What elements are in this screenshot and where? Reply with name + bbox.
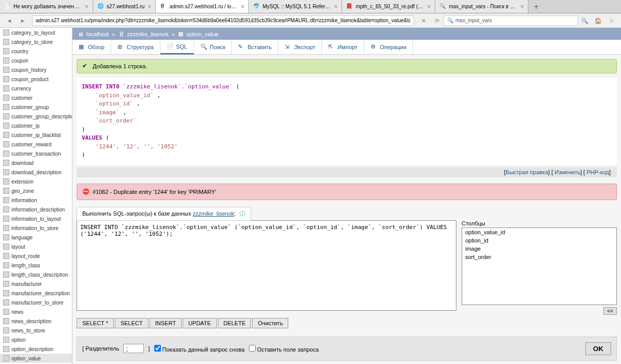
success-message: ✔ Добавлена 1 строка. [77, 59, 617, 73]
query-db-link[interactable]: zzzmike_lisenok [193, 210, 234, 217]
close-icon[interactable]: × [334, 3, 337, 10]
sidebar-item-language[interactable]: language [0, 233, 72, 242]
sidebar-item-layout[interactable]: layout [0, 242, 72, 251]
sidebar-item-layout_route[interactable]: layout_route [0, 251, 72, 261]
sidebar-item-customer_group[interactable]: customer_group [0, 102, 72, 112]
sidebar-item-coupon_history[interactable]: coupon_history [0, 65, 72, 74]
home-button[interactable]: 🏠 [593, 15, 604, 26]
sidebar-item-news_description[interactable]: news_description [0, 316, 72, 326]
close-icon[interactable]: × [520, 3, 524, 10]
browser-tab-active[interactable]: 🛢admin.s27.webhost1.ru / localhost / zzz… [156, 0, 249, 13]
table-icon [3, 355, 9, 361]
table-icon [3, 85, 9, 92]
sidebar-item-extension[interactable]: extension [0, 177, 72, 186]
column-option[interactable]: option_value_id [462, 228, 616, 236]
tab-export[interactable]: ⇲Экспорт [278, 40, 322, 54]
link-quick-edit[interactable]: Быстрая правка [506, 169, 548, 175]
sidebar-item-information_to_layout[interactable]: information_to_layout [0, 214, 72, 223]
close-icon[interactable]: × [85, 3, 88, 10]
database-icon: 🛢 [119, 31, 124, 37]
table-icon: ▦ [178, 31, 183, 37]
sidebar-item-country[interactable]: country [0, 47, 72, 56]
sidebar-item-coupon[interactable]: coupon [0, 56, 72, 65]
sql-template-button[interactable]: DELETE [218, 318, 252, 328]
table-icon [3, 346, 9, 352]
sidebar-item-news[interactable]: news [0, 307, 72, 316]
sidebar-item-geo_zone[interactable]: geo_zone [0, 186, 72, 195]
breadcrumb-db[interactable]: zzzmike_lisenok [127, 31, 169, 37]
insert-column-button[interactable]: << [603, 307, 617, 315]
sidebar-item-option[interactable]: option [0, 335, 72, 344]
sidebar-item-information_to_store[interactable]: information_to_store [0, 223, 72, 233]
sidebar-item-download[interactable]: download [0, 158, 72, 168]
sidebar-item-download_description[interactable]: download_description [0, 168, 72, 177]
ok-button[interactable]: OK [585, 342, 611, 355]
breadcrumb-table[interactable]: option_value [186, 31, 218, 37]
sql-template-button[interactable]: Очистить [252, 318, 288, 328]
column-option[interactable]: option_id [462, 236, 616, 245]
help-icon[interactable]: ⓘ [240, 210, 245, 217]
sidebar-item-customer_reward[interactable]: customer_reward [0, 140, 72, 149]
search-box[interactable]: 🔍max_input_vars [443, 16, 578, 26]
new-tab-button[interactable]: + [528, 2, 543, 11]
show-again-checkbox[interactable]: Показать данный запрос снова [154, 345, 245, 353]
link-edit[interactable]: Изменить [555, 169, 581, 175]
stop-button[interactable]: ✕ [418, 15, 429, 26]
tab-import[interactable]: ⇱Импорт [322, 40, 364, 54]
sidebar-item-category_to_store[interactable]: category_to_store [0, 37, 72, 47]
column-option[interactable]: image [462, 245, 616, 253]
reload-button[interactable]: ⟳ [431, 15, 442, 26]
close-icon[interactable]: × [241, 3, 244, 10]
back-button[interactable]: ◄ [4, 15, 15, 26]
sql-template-button[interactable]: INSERT [150, 318, 182, 328]
tab-browse[interactable]: ▦Обзор [72, 40, 111, 54]
sidebar-item-information_description[interactable]: information_description [0, 205, 72, 214]
browser-tab[interactable]: 📄Не могу добавить значение опции - Op...… [0, 0, 93, 13]
sql-query-textarea[interactable] [77, 220, 456, 311]
sidebar-item-information[interactable]: information [0, 195, 72, 205]
delimiter-input[interactable] [123, 344, 144, 353]
sql-template-button[interactable]: UPDATE [183, 318, 217, 328]
forward-button[interactable]: ► [17, 15, 28, 26]
sidebar-item-manufacturer[interactable]: manufacturer [0, 279, 72, 289]
link-php[interactable]: PHP-код [586, 169, 609, 175]
sidebar-item-option_value[interactable]: option_value [0, 354, 72, 363]
sidebar-item-manufacturer_to_store[interactable]: manufacturer_to_store [0, 298, 72, 307]
close-icon[interactable]: × [147, 3, 151, 10]
tab-insert[interactable]: ✎Вставить [232, 40, 278, 54]
sidebar-item-length_class_description[interactable]: length_class_description [0, 270, 72, 279]
sidebar-item-option_description[interactable]: option_description [0, 344, 72, 354]
sidebar-item-currency[interactable]: currency [0, 84, 72, 93]
url-input[interactable] [32, 16, 414, 26]
sql-template-button[interactable]: SELECT * [77, 318, 114, 328]
sql-action-links: [Быстрая правка] [ Изменить] [ PHP-код] [77, 167, 617, 177]
favicon-icon: 🌐 [97, 3, 105, 10]
breadcrumb-server[interactable]: localhost [86, 31, 109, 37]
browser-tab[interactable]: 🐬MySQL :: MySQL 5.1 Reference Manual ::.… [249, 0, 342, 13]
browser-tab[interactable]: 🌐s27.webhost1.ru× [93, 0, 156, 13]
tab-structure[interactable]: ⊞Структура [111, 40, 160, 54]
sql-template-button[interactable]: SELECT [115, 318, 149, 328]
tab-search[interactable]: 🔍Поиск [194, 40, 232, 54]
sidebar-item-customer_transaction[interactable]: customer_transaction [0, 149, 72, 158]
sidebar-item-news_to_store[interactable]: news_to_store [0, 326, 72, 335]
sidebar-item-coupon_product[interactable]: coupon_product [0, 74, 72, 84]
table-icon [3, 253, 9, 259]
tab-operations[interactable]: ⚙Операции [364, 40, 413, 54]
keep-query-checkbox[interactable]: Оставить поле запроса [249, 345, 319, 353]
sidebar-item-customer_group_descriptio[interactable]: customer_group_descriptio [0, 112, 72, 121]
browser-tab[interactable]: 📕mpth_c_65_50_33_re.pdf (объект «appli..… [342, 0, 435, 13]
sidebar-item-customer_ip_blacklist[interactable]: customer_ip_blacklist [0, 130, 72, 140]
columns-list[interactable]: option_value_idoption_idimagesort_order [462, 228, 617, 305]
close-icon[interactable]: × [427, 3, 431, 10]
bookmark-button[interactable]: ☆ [606, 15, 617, 26]
tab-sql[interactable]: 📄SQL [160, 40, 194, 54]
sidebar-item-category_to_layout[interactable]: category_to_layout [0, 28, 72, 37]
column-option[interactable]: sort_order [462, 253, 616, 261]
browser-tab[interactable]: 🔍max_input_vars - Поиск в Google× [435, 0, 528, 13]
sidebar-item-length_class[interactable]: length_class [0, 261, 72, 270]
sidebar-item-manufacturer_description[interactable]: manufacturer_description [0, 289, 72, 298]
sidebar-item-customer[interactable]: customer [0, 93, 72, 102]
search-go-button[interactable]: 🔍 [579, 15, 590, 26]
sidebar-item-customer_ip[interactable]: customer_ip [0, 121, 72, 130]
